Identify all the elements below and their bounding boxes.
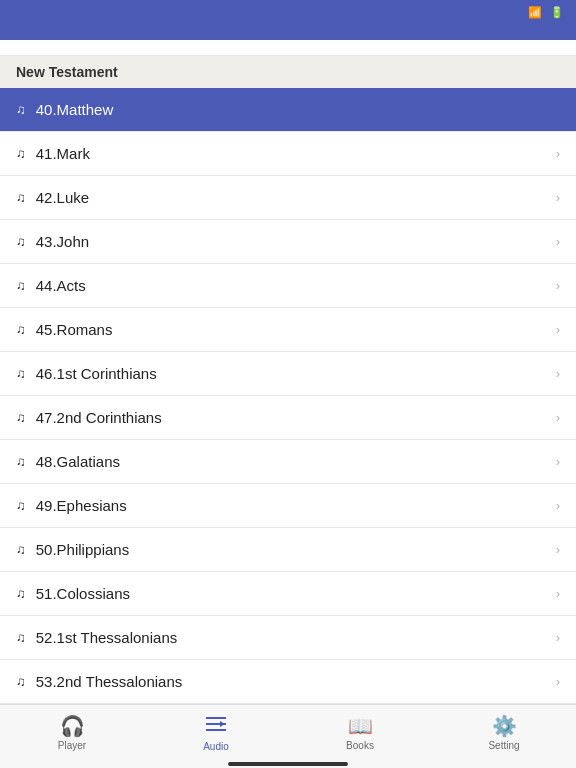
item-label: 41.Mark bbox=[36, 145, 556, 162]
music-icon: ♫ bbox=[16, 278, 26, 293]
item-label: 49.Ephesians bbox=[36, 497, 556, 514]
music-icon: ♫ bbox=[16, 234, 26, 249]
list-item-40[interactable]: ♫ 40.Matthew bbox=[0, 88, 576, 132]
setting-tab-label: Setting bbox=[488, 740, 519, 751]
status-bar: 📶 🔋 bbox=[0, 0, 576, 24]
item-label: 43.John bbox=[36, 233, 556, 250]
tab-books[interactable]: 📖 Books bbox=[288, 705, 432, 760]
item-label: 39.Malachi bbox=[36, 40, 556, 42]
item-label: 46.1st Corinthians bbox=[36, 365, 556, 382]
item-label: 40.Matthew bbox=[36, 101, 560, 118]
app-header bbox=[0, 24, 576, 40]
item-label: 53.2nd Thessalonians bbox=[36, 673, 556, 690]
list-item-39[interactable]: ♫ 39.Malachi › bbox=[0, 40, 576, 56]
tab-audio[interactable]: Audio bbox=[144, 705, 288, 760]
chevron-icon: › bbox=[556, 586, 560, 601]
chevron-icon: › bbox=[556, 322, 560, 337]
home-bar bbox=[228, 762, 348, 766]
chevron-icon: › bbox=[556, 278, 560, 293]
books-tab-label: Books bbox=[346, 740, 374, 751]
tab-bar: 🎧 Player Audio 📖 Books ⚙️ Setting bbox=[0, 704, 576, 760]
list-item-51[interactable]: ♫ 51.Colossians › bbox=[0, 572, 576, 616]
tab-player[interactable]: 🎧 Player bbox=[0, 705, 144, 760]
music-icon: ♫ bbox=[16, 410, 26, 425]
music-icon: ♫ bbox=[16, 674, 26, 689]
music-icon: ♫ bbox=[16, 146, 26, 161]
music-icon: ♫ bbox=[16, 454, 26, 469]
tab-setting[interactable]: ⚙️ Setting bbox=[432, 705, 576, 760]
player-tab-icon: 🎧 bbox=[60, 714, 85, 738]
music-icon: ♫ bbox=[16, 190, 26, 205]
music-icon: ♫ bbox=[16, 102, 26, 117]
status-time-date bbox=[12, 5, 15, 19]
music-icon: ♫ bbox=[16, 40, 26, 41]
music-icon: ♫ bbox=[16, 630, 26, 645]
books-list[interactable]: ♫ 30.Amos › ♫ 31.Obadiah › ♫ 32.Jonah › … bbox=[0, 40, 576, 704]
books-tab-icon: 📖 bbox=[348, 714, 373, 738]
list-item-43[interactable]: ♫ 43.John › bbox=[0, 220, 576, 264]
chevron-icon: › bbox=[556, 542, 560, 557]
battery-icon: 🔋 bbox=[550, 6, 564, 19]
music-icon: ♫ bbox=[16, 586, 26, 601]
list-item-41[interactable]: ♫ 41.Mark › bbox=[0, 132, 576, 176]
item-label: 52.1st Thessalonians bbox=[36, 629, 556, 646]
list-item-48[interactable]: ♫ 48.Galatians › bbox=[0, 440, 576, 484]
music-icon: ♫ bbox=[16, 542, 26, 557]
chevron-icon: › bbox=[556, 410, 560, 425]
list-item-53[interactable]: ♫ 53.2nd Thessalonians › bbox=[0, 660, 576, 704]
chevron-icon: › bbox=[556, 498, 560, 513]
svg-marker-3 bbox=[220, 721, 225, 727]
item-label: 44.Acts bbox=[36, 277, 556, 294]
chevron-icon: › bbox=[556, 630, 560, 645]
list-item-44[interactable]: ♫ 44.Acts › bbox=[0, 264, 576, 308]
chevron-icon: › bbox=[556, 40, 560, 41]
status-indicators: 📶 🔋 bbox=[528, 6, 564, 19]
item-label: 45.Romans bbox=[36, 321, 556, 338]
list-item-45[interactable]: ♫ 45.Romans › bbox=[0, 308, 576, 352]
chevron-icon: › bbox=[556, 146, 560, 161]
setting-tab-icon: ⚙️ bbox=[492, 714, 517, 738]
list-item-52[interactable]: ♫ 52.1st Thessalonians › bbox=[0, 616, 576, 660]
chevron-icon: › bbox=[556, 190, 560, 205]
audio-tab-icon bbox=[205, 714, 227, 739]
list-item-46[interactable]: ♫ 46.1st Corinthians › bbox=[0, 352, 576, 396]
item-label: 42.Luke bbox=[36, 189, 556, 206]
home-indicator bbox=[0, 760, 576, 768]
audio-tab-label: Audio bbox=[203, 741, 229, 752]
music-icon: ♫ bbox=[16, 322, 26, 337]
list-item-50[interactable]: ♫ 50.Philippians › bbox=[0, 528, 576, 572]
item-label: 47.2nd Corinthians bbox=[36, 409, 556, 426]
chevron-icon: › bbox=[556, 234, 560, 249]
list-item-49[interactable]: ♫ 49.Ephesians › bbox=[0, 484, 576, 528]
item-label: 51.Colossians bbox=[36, 585, 556, 602]
music-icon: ♫ bbox=[16, 498, 26, 513]
player-tab-label: Player bbox=[58, 740, 86, 751]
chevron-icon: › bbox=[556, 454, 560, 469]
item-label: 48.Galatians bbox=[36, 453, 556, 470]
item-label: 50.Philippians bbox=[36, 541, 556, 558]
music-icon: ♫ bbox=[16, 366, 26, 381]
list-item-47[interactable]: ♫ 47.2nd Corinthians › bbox=[0, 396, 576, 440]
list-item-42[interactable]: ♫ 42.Luke › bbox=[0, 176, 576, 220]
new-testament-header: New Testament bbox=[0, 56, 576, 88]
chevron-icon: › bbox=[556, 366, 560, 381]
wifi-icon: 📶 bbox=[528, 6, 542, 19]
chevron-icon: › bbox=[556, 674, 560, 689]
